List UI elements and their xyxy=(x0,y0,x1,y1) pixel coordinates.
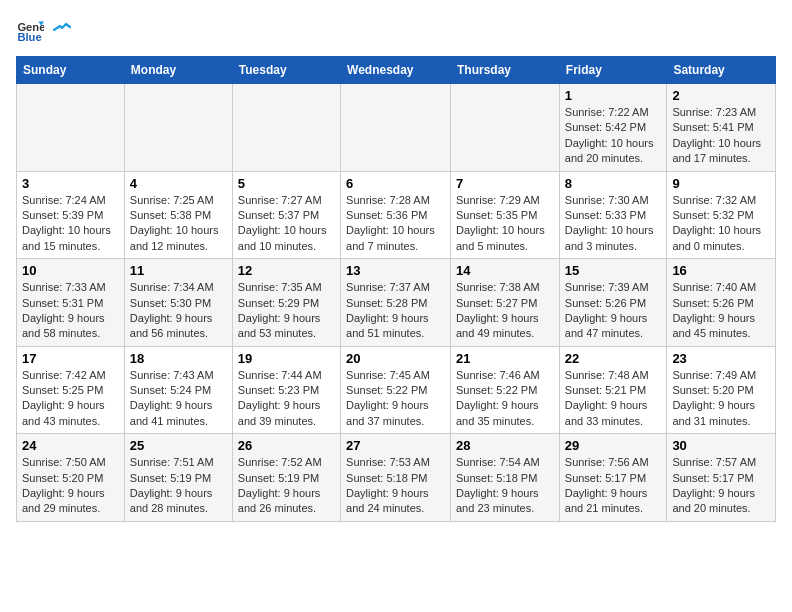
day-number: 3 xyxy=(22,176,119,191)
day-info: Sunrise: 7:54 AMSunset: 5:18 PMDaylight:… xyxy=(456,455,554,517)
day-number: 9 xyxy=(672,176,770,191)
day-number: 17 xyxy=(22,351,119,366)
header-thursday: Thursday xyxy=(451,57,560,84)
day-number: 20 xyxy=(346,351,445,366)
day-info: Sunrise: 7:39 AMSunset: 5:26 PMDaylight:… xyxy=(565,280,662,342)
svg-text:Blue: Blue xyxy=(17,31,41,43)
day-number: 27 xyxy=(346,438,445,453)
header-saturday: Saturday xyxy=(667,57,776,84)
day-info: Sunrise: 7:57 AMSunset: 5:17 PMDaylight:… xyxy=(672,455,770,517)
calendar-cell: 15Sunrise: 7:39 AMSunset: 5:26 PMDayligh… xyxy=(559,259,667,347)
day-number: 29 xyxy=(565,438,662,453)
day-number: 7 xyxy=(456,176,554,191)
day-info: Sunrise: 7:34 AMSunset: 5:30 PMDaylight:… xyxy=(130,280,227,342)
day-number: 13 xyxy=(346,263,445,278)
calendar-cell: 20Sunrise: 7:45 AMSunset: 5:22 PMDayligh… xyxy=(341,346,451,434)
calendar-cell: 17Sunrise: 7:42 AMSunset: 5:25 PMDayligh… xyxy=(17,346,125,434)
header-friday: Friday xyxy=(559,57,667,84)
week-row-3: 10Sunrise: 7:33 AMSunset: 5:31 PMDayligh… xyxy=(17,259,776,347)
calendar-cell: 25Sunrise: 7:51 AMSunset: 5:19 PMDayligh… xyxy=(124,434,232,522)
calendar-header-row: SundayMondayTuesdayWednesdayThursdayFrid… xyxy=(17,57,776,84)
day-info: Sunrise: 7:38 AMSunset: 5:27 PMDaylight:… xyxy=(456,280,554,342)
week-row-2: 3Sunrise: 7:24 AMSunset: 5:39 PMDaylight… xyxy=(17,171,776,259)
calendar-cell: 23Sunrise: 7:49 AMSunset: 5:20 PMDayligh… xyxy=(667,346,776,434)
day-number: 16 xyxy=(672,263,770,278)
calendar-cell xyxy=(17,84,125,172)
calendar-cell: 5Sunrise: 7:27 AMSunset: 5:37 PMDaylight… xyxy=(232,171,340,259)
calendar-cell: 9Sunrise: 7:32 AMSunset: 5:32 PMDaylight… xyxy=(667,171,776,259)
calendar-cell: 8Sunrise: 7:30 AMSunset: 5:33 PMDaylight… xyxy=(559,171,667,259)
day-info: Sunrise: 7:56 AMSunset: 5:17 PMDaylight:… xyxy=(565,455,662,517)
calendar-cell: 2Sunrise: 7:23 AMSunset: 5:41 PMDaylight… xyxy=(667,84,776,172)
calendar-cell xyxy=(124,84,232,172)
calendar-cell xyxy=(341,84,451,172)
day-number: 11 xyxy=(130,263,227,278)
day-info: Sunrise: 7:35 AMSunset: 5:29 PMDaylight:… xyxy=(238,280,335,342)
calendar-cell: 27Sunrise: 7:53 AMSunset: 5:18 PMDayligh… xyxy=(341,434,451,522)
day-info: Sunrise: 7:29 AMSunset: 5:35 PMDaylight:… xyxy=(456,193,554,255)
day-number: 2 xyxy=(672,88,770,103)
logo: General Blue xyxy=(16,16,72,44)
day-number: 12 xyxy=(238,263,335,278)
header-monday: Monday xyxy=(124,57,232,84)
day-info: Sunrise: 7:45 AMSunset: 5:22 PMDaylight:… xyxy=(346,368,445,430)
calendar-cell xyxy=(451,84,560,172)
calendar-cell: 11Sunrise: 7:34 AMSunset: 5:30 PMDayligh… xyxy=(124,259,232,347)
day-info: Sunrise: 7:37 AMSunset: 5:28 PMDaylight:… xyxy=(346,280,445,342)
calendar-cell xyxy=(232,84,340,172)
day-number: 21 xyxy=(456,351,554,366)
calendar-cell: 18Sunrise: 7:43 AMSunset: 5:24 PMDayligh… xyxy=(124,346,232,434)
day-number: 22 xyxy=(565,351,662,366)
day-number: 8 xyxy=(565,176,662,191)
week-row-4: 17Sunrise: 7:42 AMSunset: 5:25 PMDayligh… xyxy=(17,346,776,434)
day-info: Sunrise: 7:32 AMSunset: 5:32 PMDaylight:… xyxy=(672,193,770,255)
logo-bird-icon xyxy=(52,20,72,40)
calendar-table: SundayMondayTuesdayWednesdayThursdayFrid… xyxy=(16,56,776,522)
day-number: 23 xyxy=(672,351,770,366)
calendar-cell: 12Sunrise: 7:35 AMSunset: 5:29 PMDayligh… xyxy=(232,259,340,347)
calendar-cell: 10Sunrise: 7:33 AMSunset: 5:31 PMDayligh… xyxy=(17,259,125,347)
day-info: Sunrise: 7:30 AMSunset: 5:33 PMDaylight:… xyxy=(565,193,662,255)
calendar-cell: 19Sunrise: 7:44 AMSunset: 5:23 PMDayligh… xyxy=(232,346,340,434)
calendar-cell: 16Sunrise: 7:40 AMSunset: 5:26 PMDayligh… xyxy=(667,259,776,347)
day-number: 19 xyxy=(238,351,335,366)
calendar-cell: 21Sunrise: 7:46 AMSunset: 5:22 PMDayligh… xyxy=(451,346,560,434)
header-wednesday: Wednesday xyxy=(341,57,451,84)
day-number: 1 xyxy=(565,88,662,103)
day-info: Sunrise: 7:25 AMSunset: 5:38 PMDaylight:… xyxy=(130,193,227,255)
day-info: Sunrise: 7:42 AMSunset: 5:25 PMDaylight:… xyxy=(22,368,119,430)
calendar-cell: 26Sunrise: 7:52 AMSunset: 5:19 PMDayligh… xyxy=(232,434,340,522)
page-header: General Blue xyxy=(16,16,776,44)
calendar-cell: 30Sunrise: 7:57 AMSunset: 5:17 PMDayligh… xyxy=(667,434,776,522)
calendar-cell: 6Sunrise: 7:28 AMSunset: 5:36 PMDaylight… xyxy=(341,171,451,259)
day-info: Sunrise: 7:49 AMSunset: 5:20 PMDaylight:… xyxy=(672,368,770,430)
day-info: Sunrise: 7:24 AMSunset: 5:39 PMDaylight:… xyxy=(22,193,119,255)
day-number: 4 xyxy=(130,176,227,191)
day-number: 5 xyxy=(238,176,335,191)
day-info: Sunrise: 7:40 AMSunset: 5:26 PMDaylight:… xyxy=(672,280,770,342)
calendar-cell: 24Sunrise: 7:50 AMSunset: 5:20 PMDayligh… xyxy=(17,434,125,522)
day-info: Sunrise: 7:51 AMSunset: 5:19 PMDaylight:… xyxy=(130,455,227,517)
day-info: Sunrise: 7:48 AMSunset: 5:21 PMDaylight:… xyxy=(565,368,662,430)
day-number: 10 xyxy=(22,263,119,278)
day-info: Sunrise: 7:44 AMSunset: 5:23 PMDaylight:… xyxy=(238,368,335,430)
day-info: Sunrise: 7:53 AMSunset: 5:18 PMDaylight:… xyxy=(346,455,445,517)
header-sunday: Sunday xyxy=(17,57,125,84)
calendar-cell: 13Sunrise: 7:37 AMSunset: 5:28 PMDayligh… xyxy=(341,259,451,347)
calendar-cell: 29Sunrise: 7:56 AMSunset: 5:17 PMDayligh… xyxy=(559,434,667,522)
day-number: 14 xyxy=(456,263,554,278)
day-number: 6 xyxy=(346,176,445,191)
day-info: Sunrise: 7:27 AMSunset: 5:37 PMDaylight:… xyxy=(238,193,335,255)
calendar-cell: 3Sunrise: 7:24 AMSunset: 5:39 PMDaylight… xyxy=(17,171,125,259)
day-info: Sunrise: 7:46 AMSunset: 5:22 PMDaylight:… xyxy=(456,368,554,430)
calendar-cell: 7Sunrise: 7:29 AMSunset: 5:35 PMDaylight… xyxy=(451,171,560,259)
calendar-cell: 4Sunrise: 7:25 AMSunset: 5:38 PMDaylight… xyxy=(124,171,232,259)
day-info: Sunrise: 7:52 AMSunset: 5:19 PMDaylight:… xyxy=(238,455,335,517)
week-row-1: 1Sunrise: 7:22 AMSunset: 5:42 PMDaylight… xyxy=(17,84,776,172)
day-info: Sunrise: 7:28 AMSunset: 5:36 PMDaylight:… xyxy=(346,193,445,255)
calendar-cell: 14Sunrise: 7:38 AMSunset: 5:27 PMDayligh… xyxy=(451,259,560,347)
header-tuesday: Tuesday xyxy=(232,57,340,84)
day-number: 18 xyxy=(130,351,227,366)
calendar-cell: 1Sunrise: 7:22 AMSunset: 5:42 PMDaylight… xyxy=(559,84,667,172)
day-number: 25 xyxy=(130,438,227,453)
